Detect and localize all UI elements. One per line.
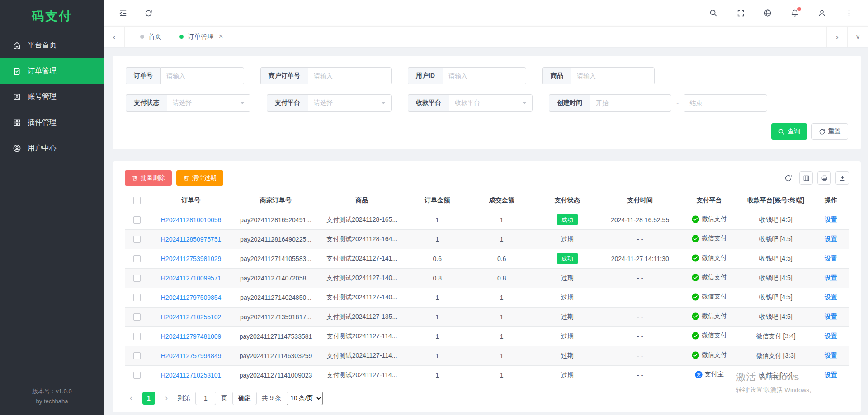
tabs-scroll-right-button[interactable]: › [826,27,847,47]
product-cell: 支付测试20241127-140... [319,268,405,288]
refresh-page-icon[interactable] [143,8,154,19]
refresh-table-icon[interactable] [781,171,795,185]
merchant-order-no-cell: pay2024112714105583... [233,249,319,268]
row-checkbox[interactable] [133,372,141,379]
select-placeholder: 请选择 [314,99,333,107]
prev-page-button[interactable]: ‹ [125,392,137,405]
tabs-menu-button[interactable]: ∨ [847,27,868,47]
order-no-link[interactable]: H2024112753981029 [161,255,222,262]
row-checkbox[interactable] [133,236,141,243]
pay-status-cell: 过期 [534,288,600,307]
reset-button[interactable]: 重置 [811,123,848,140]
pay-time-cell: - - [600,229,679,249]
notification-icon[interactable] [789,8,800,19]
plugins-icon [13,118,21,127]
order-no-link[interactable]: H2024112797509854 [161,294,222,301]
pay-platform-select[interactable]: 请选择 [308,94,392,112]
product-input[interactable] [571,67,655,84]
order-no-link[interactable]: H2024112850975751 [161,236,222,243]
filter-user-id-label: 用户ID [408,67,443,84]
row-checkbox[interactable] [133,255,141,262]
trash-icon [183,175,189,181]
settings-link[interactable]: 设置 [825,235,837,242]
pay-status-select[interactable]: 请选择 [167,94,250,112]
order-amount-cell: 1 [405,229,470,249]
next-page-button[interactable]: › [160,392,173,405]
receive-platform-cell: 收钱吧 [4:5] [739,288,812,307]
settings-link[interactable]: 设置 [825,332,837,340]
print-icon[interactable] [817,171,831,185]
sidebar-item-label: 订单管理 [28,66,57,76]
select-cell [125,288,149,307]
topbar [104,0,868,26]
tabs-scroll-left-button[interactable]: ‹ [104,27,125,47]
receive-platform-select[interactable]: 收款平台 [449,94,533,112]
sidebar-item-orders[interactable]: 订单管理 [0,58,104,84]
fullscreen-icon[interactable] [735,8,746,19]
user-id-input[interactable] [443,67,526,84]
wechat-pay-icon [692,312,699,320]
sidebar-item-user-center[interactable]: 用户中心 [0,135,104,161]
batch-delete-button[interactable]: 批量删除 [125,170,172,186]
status-badge: 成功 [557,253,578,264]
row-checkbox[interactable] [133,313,141,321]
close-tab-icon[interactable]: × [219,33,223,41]
collapse-sidebar-icon[interactable] [118,8,128,19]
language-icon[interactable] [762,8,773,19]
sidebar-item-plugins[interactable]: 插件管理 [0,110,104,135]
clear-expired-button[interactable]: 清空过期 [176,170,223,186]
columns-icon[interactable] [799,171,813,185]
more-icon[interactable] [844,8,854,19]
order-no-link[interactable]: H2024112810010056 [161,216,222,224]
wechat-pay-icon [692,215,699,223]
sidebar-item-home[interactable]: 平台首页 [0,33,104,58]
row-checkbox[interactable] [133,333,141,340]
settings-link[interactable]: 设置 [825,216,837,223]
page-number-button[interactable]: 1 [142,392,155,405]
row-checkbox[interactable] [133,275,141,282]
tab-home[interactable]: 首页 [131,27,170,47]
settings-link[interactable]: 设置 [825,371,837,378]
row-checkbox[interactable] [133,294,141,301]
goto-page-input[interactable] [195,392,216,405]
main-area: ‹ 首页 订单管理 × › ∨ 订单号 [104,0,868,415]
merchant-order-no-input[interactable] [308,67,392,84]
sidebar-item-accounts[interactable]: 账号管理 [0,84,104,110]
pay-status-cell: 成功 [534,210,600,229]
pay-platform-cell: 微信支付 [679,229,739,249]
product-cell: 支付测试20241128-165... [319,210,405,229]
order-no-link[interactable]: H2024112797481009 [161,333,222,340]
confirm-page-button[interactable]: 确定 [232,392,257,405]
tab-order-management[interactable]: 订单管理 × [170,27,232,47]
row-checkbox[interactable] [133,216,141,224]
order-no-link[interactable]: H2024112757994849 [161,352,222,359]
status-text: 过期 [561,371,574,378]
order-no-link[interactable]: H2024112710255102 [161,313,222,321]
pay-platform-cell: 微信支付 [679,307,739,326]
order-no-input[interactable] [160,67,244,84]
pay-platform-label: 微信支付 [702,273,727,281]
filter-user-id: 用户ID [408,67,526,84]
create-time-start-input[interactable] [590,94,671,112]
settings-link[interactable]: 设置 [825,274,837,281]
filter-receive-platform: 收款平台 收款平台 [408,94,533,112]
pay-time-cell: - - [600,326,679,346]
merchant-order-no-cell: pay202411271146303259 [233,346,319,365]
order-no-link[interactable]: H2024112710099571 [161,275,222,282]
settings-link[interactable]: 设置 [825,352,837,359]
settings-link[interactable]: 设置 [825,294,837,301]
row-checkbox[interactable] [133,352,141,359]
search-icon[interactable] [708,8,719,19]
user-icon[interactable] [816,8,827,19]
order-no-link[interactable]: H2024112710253101 [161,372,222,379]
settings-link[interactable]: 设置 [825,255,837,262]
table-tools [781,171,849,185]
page-size-select[interactable]: 10 条/页 [287,392,323,405]
select-all-checkbox[interactable] [133,197,141,204]
export-icon[interactable] [835,171,849,185]
settings-link[interactable]: 设置 [825,313,837,320]
search-button[interactable]: 查询 [771,123,807,140]
create-time-end-input[interactable] [684,94,767,112]
order-table: 订单号商家订单号商品订单金额成交金额支付状态支付时间支付平台收款平台[账号:终端… [125,191,849,385]
home-icon [13,41,21,50]
